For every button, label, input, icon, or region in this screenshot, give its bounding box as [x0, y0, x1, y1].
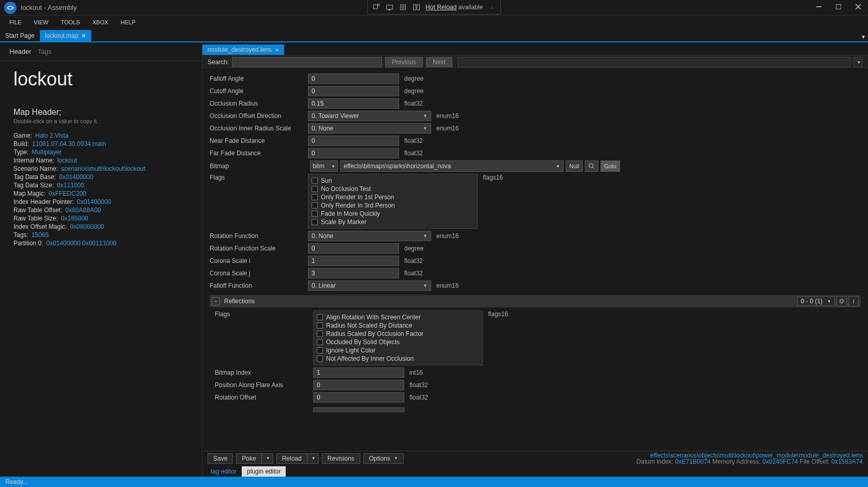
flag-checkbox[interactable]: [317, 331, 323, 337]
field-label: Falloff Function: [210, 282, 308, 289]
toolbar-icon-4[interactable]: [412, 3, 420, 11]
occlusion-inner-select[interactable]: 0. None▼: [308, 123, 431, 134]
flag-label: No Occlusion Test: [321, 185, 371, 193]
field-type: float32: [404, 150, 423, 157]
svg-rect-2: [388, 9, 390, 10]
menubar: FILE VIEW TOOLS XBOX HELP: [0, 16, 868, 29]
poke-button[interactable]: Poke: [236, 453, 261, 464]
tab-overflow[interactable]: ▾: [859, 32, 868, 41]
block-counter[interactable]: 0 - 0 (1)▼: [797, 297, 835, 306]
hot-reload-link[interactable]: Hot Reload available: [425, 4, 483, 11]
field-type: int16: [409, 369, 423, 376]
flag-label: Fade In More Quickly: [321, 210, 380, 217]
svg-rect-1: [386, 5, 392, 9]
search-tag-button[interactable]: [585, 160, 598, 172]
flag-checkbox[interactable]: [317, 356, 323, 362]
kv-row: Build:11081.07.04.30.0934.main: [13, 140, 188, 148]
window-controls: [809, 0, 868, 13]
svg-rect-0: [373, 5, 377, 9]
kv-row: Type:Multiplayer: [13, 148, 188, 156]
rotation-scale-input[interactable]: [308, 243, 399, 254]
info-icon[interactable]: i: [848, 296, 859, 306]
occlusion-radius-input[interactable]: [308, 98, 399, 109]
flag-checkbox[interactable]: [312, 219, 318, 225]
menu-help[interactable]: HELP: [114, 17, 142, 27]
poke-dropdown[interactable]: ▼: [261, 453, 273, 464]
reload-button[interactable]: Reload: [276, 453, 307, 464]
toolbar-icon-3[interactable]: [399, 3, 407, 11]
partial-input[interactable]: [313, 407, 404, 412]
left-tab-tags[interactable]: Tags: [38, 48, 52, 55]
flag-checkbox[interactable]: [317, 314, 323, 320]
field-type: float32: [409, 394, 428, 401]
close-button[interactable]: [848, 0, 868, 13]
flag-checkbox[interactable]: [317, 339, 323, 345]
gear-icon[interactable]: [836, 296, 847, 306]
editor-tabs: tag editor plugin editor: [202, 465, 868, 477]
svg-rect-3: [400, 5, 405, 10]
kv-row: Tags:15065: [13, 231, 188, 239]
field-label: Position Along Flare Axis: [215, 381, 313, 389]
flag-label: Ignore Light Color: [326, 347, 375, 354]
tab-tag-editor[interactable]: tag editor: [205, 466, 242, 477]
save-button[interactable]: Save: [208, 453, 233, 464]
flag-checkbox[interactable]: [312, 178, 318, 184]
corona-j-input[interactable]: [308, 268, 399, 278]
occlusion-offset-select[interactable]: 0. Toward Viewer▼: [308, 111, 431, 121]
field-label: Occlusion Radius: [210, 100, 308, 107]
flag-checkbox[interactable]: [312, 194, 318, 200]
revisions-button[interactable]: Revisions: [322, 453, 360, 464]
chevron-down-icon: ▼: [423, 126, 428, 131]
bitmap-path-select[interactable]: effects\bitmaps\sparks\horizontal_nova▼: [340, 160, 564, 172]
menu-xbox[interactable]: XBOX: [86, 17, 114, 27]
falloff-function-select[interactable]: 0. Linear▼: [308, 281, 431, 291]
menu-tools[interactable]: TOOLS: [54, 17, 86, 27]
corona-i-input[interactable]: [308, 256, 399, 266]
field-type: float32: [404, 270, 423, 277]
menu-view[interactable]: VIEW: [27, 17, 54, 27]
minimize-button[interactable]: [809, 0, 829, 13]
flags-box: Sun No Occlusion Test Only Render In 1st…: [308, 174, 478, 229]
close-icon[interactable]: ✕: [81, 33, 86, 39]
kv-row: Game:Halo 2 Vista: [13, 131, 188, 140]
toolbar-icon-1[interactable]: [372, 3, 380, 11]
flag-checkbox[interactable]: [312, 211, 318, 217]
next-button[interactable]: Next: [426, 57, 452, 67]
field-label: Occlusion Inner Radius Scale: [210, 125, 308, 132]
reload-dropdown[interactable]: ▼: [307, 453, 319, 464]
close-icon[interactable]: ✕: [275, 47, 279, 53]
flag-label: Only Render In 3rd Person: [321, 202, 395, 209]
maximize-button[interactable]: [829, 0, 848, 13]
field-label: Far Fade Distance: [210, 150, 308, 157]
tab-lockout-map[interactable]: lockout.map✕: [40, 30, 92, 41]
left-tab-header[interactable]: Header: [9, 48, 32, 55]
null-button[interactable]: Null: [566, 160, 583, 172]
doc-tab-module-destroyed[interactable]: module_destroyed.lens✕: [202, 45, 284, 55]
chevron-left-icon[interactable]: ‹: [488, 3, 496, 11]
bottom-toolbar: Save Poke▼ Reload▼ Revisions Options▼ ef…: [202, 451, 868, 465]
menu-file[interactable]: FILE: [3, 17, 27, 27]
position-input[interactable]: [313, 380, 404, 390]
flag-checkbox[interactable]: [312, 202, 318, 209]
previous-button[interactable]: Previous: [385, 57, 423, 67]
rotation-offset-input[interactable]: [313, 392, 404, 403]
far-fade-input[interactable]: [308, 148, 399, 158]
options-button[interactable]: Options▼: [363, 453, 404, 464]
collapse-button[interactable]: −: [212, 297, 220, 305]
search-dropdown[interactable]: ▼: [854, 57, 863, 67]
goto-button[interactable]: Goto: [600, 160, 620, 172]
flag-checkbox[interactable]: [312, 186, 318, 192]
tab-start-page[interactable]: Start Page: [0, 30, 40, 41]
flag-checkbox[interactable]: [317, 347, 323, 353]
flag-checkbox[interactable]: [317, 322, 323, 329]
tab-plugin-editor[interactable]: plugin editor: [242, 466, 286, 477]
toolbar-icon-2[interactable]: [385, 3, 393, 11]
bitmap-class-select[interactable]: bitm▼: [310, 160, 338, 172]
falloff-angle-input[interactable]: [308, 73, 399, 84]
near-fade-input[interactable]: [308, 136, 399, 146]
rotation-function-select[interactable]: 0. None▼: [308, 231, 431, 241]
field-label: Bitmap: [210, 163, 308, 170]
cutoff-angle-input[interactable]: [308, 86, 399, 96]
bitmap-index-input[interactable]: [313, 367, 404, 378]
search-input[interactable]: [232, 57, 382, 67]
